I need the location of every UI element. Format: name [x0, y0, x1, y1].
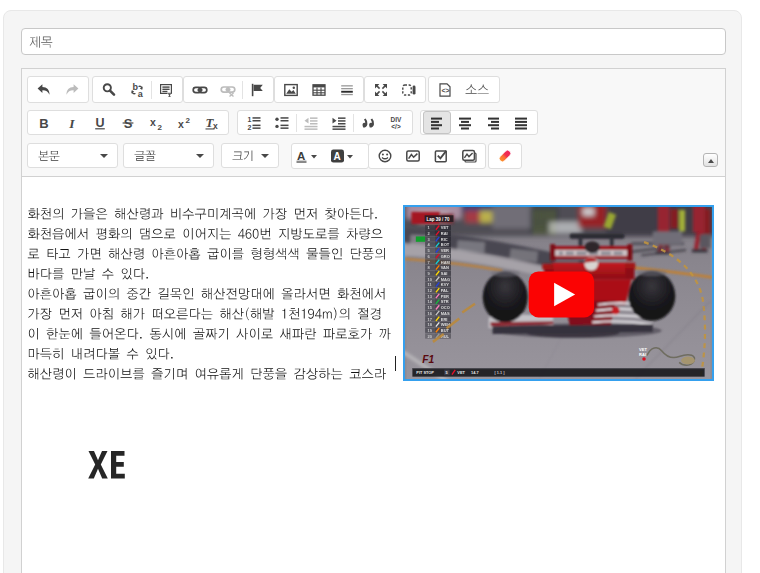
svg-text:RAI: RAI	[639, 352, 646, 357]
svg-text:15: 15	[428, 305, 433, 310]
svg-text:ERI: ERI	[441, 317, 448, 322]
svg-text:a: a	[138, 88, 144, 98]
svg-text:PER: PER	[441, 294, 449, 299]
svg-text:1: 1	[248, 116, 252, 123]
svg-text:I: I	[68, 115, 75, 130]
svg-text:STR: STR	[441, 299, 449, 304]
svg-text:10: 10	[428, 277, 433, 282]
svg-text:20: 20	[428, 334, 433, 339]
svg-text:A: A	[334, 151, 341, 162]
svg-text:A: A	[297, 150, 305, 162]
svg-text:x: x	[178, 117, 184, 129]
svg-text:18: 18	[428, 322, 433, 327]
svg-text:19: 19	[428, 328, 433, 333]
svg-text:U: U	[95, 115, 104, 129]
svg-text:BUT: BUT	[441, 328, 450, 333]
svg-text:17: 17	[428, 317, 433, 322]
svg-text:SAI: SAI	[441, 271, 448, 276]
svg-text:RAI: RAI	[441, 231, 448, 236]
svg-text:GRO: GRO	[441, 254, 450, 259]
svg-text:MAS: MAS	[441, 311, 450, 316]
svg-text:2: 2	[248, 123, 252, 130]
svg-text:13: 13	[428, 294, 433, 299]
svg-text:2: 2	[158, 122, 163, 131]
svg-text:OCO: OCO	[441, 305, 450, 310]
svg-text:DIV: DIV	[391, 116, 403, 123]
svg-text:RIC: RIC	[441, 237, 448, 242]
svg-text:VAN: VAN	[441, 265, 449, 270]
svg-text:x: x	[150, 116, 156, 128]
svg-text:F1: F1	[422, 354, 434, 365]
svg-text:BOT: BOT	[441, 242, 450, 247]
svg-text:12: 12	[428, 288, 433, 293]
svg-text:MAG: MAG	[441, 277, 450, 282]
svg-text:PAL: PAL	[441, 288, 449, 293]
svg-text:14.7: 14.7	[471, 370, 479, 375]
svg-text:B: B	[39, 115, 48, 130]
svg-text:Lap 39 / 70: Lap 39 / 70	[427, 217, 450, 222]
svg-text:2: 2	[186, 116, 191, 125]
svg-text:</>: </>	[391, 123, 401, 130]
svg-text:VER: VER	[441, 248, 449, 253]
svg-text:VET: VET	[441, 225, 449, 230]
svg-text:16: 16	[428, 311, 433, 316]
svg-text:KVY: KVY	[441, 282, 450, 287]
svg-text:<>: <>	[441, 87, 449, 94]
svg-text:14: 14	[428, 299, 433, 304]
svg-text:PIT STOP: PIT STOP	[416, 370, 434, 375]
svg-text:VET: VET	[457, 370, 465, 375]
svg-text:[ 1.1 ]: [ 1.1 ]	[494, 370, 505, 375]
svg-text:HAM: HAM	[441, 260, 451, 265]
